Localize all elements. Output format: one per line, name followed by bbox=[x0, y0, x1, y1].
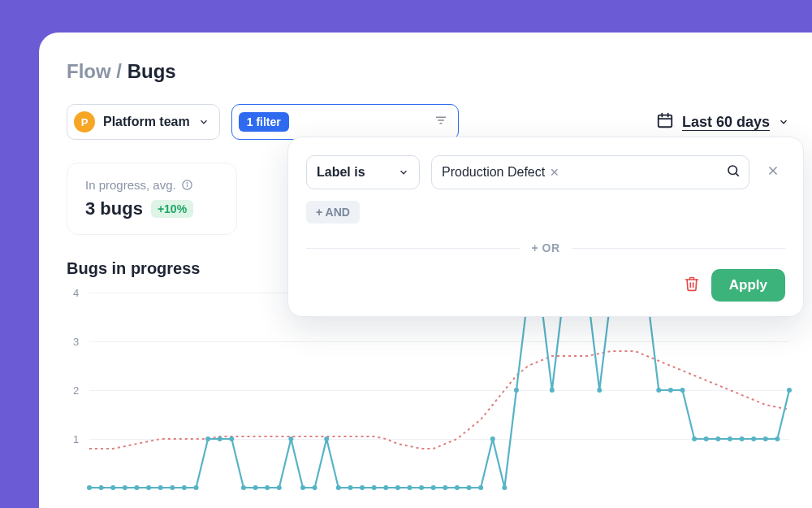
svg-point-62 bbox=[656, 388, 661, 393]
y-axis-tick: 1 bbox=[73, 433, 79, 445]
svg-point-69 bbox=[740, 436, 745, 441]
svg-point-16 bbox=[110, 485, 115, 490]
team-dropdown[interactable]: P Platform team bbox=[67, 104, 220, 140]
svg-point-64 bbox=[680, 388, 685, 393]
filter-icon bbox=[434, 113, 448, 131]
date-range-label: Last 60 days bbox=[682, 114, 770, 131]
team-name: Platform team bbox=[103, 115, 190, 129]
svg-point-73 bbox=[787, 388, 792, 393]
svg-point-18 bbox=[134, 485, 139, 490]
svg-point-45 bbox=[455, 485, 460, 490]
chart-plot bbox=[89, 293, 789, 488]
svg-point-22 bbox=[182, 485, 187, 490]
kpi-title-text: In progress, avg. bbox=[85, 178, 176, 192]
trash-icon[interactable] bbox=[684, 276, 700, 295]
kpi-value: 3 bugs bbox=[85, 198, 143, 219]
add-and-condition-button[interactable]: + AND bbox=[306, 201, 360, 224]
breadcrumb-sep: / bbox=[116, 60, 122, 82]
date-range-picker[interactable]: Last 60 days bbox=[656, 111, 789, 132]
svg-point-35 bbox=[336, 485, 341, 490]
kpi-value-row: 3 bugs +10% bbox=[85, 198, 218, 219]
svg-point-63 bbox=[668, 388, 673, 393]
svg-point-7 bbox=[728, 166, 737, 175]
svg-point-34 bbox=[324, 436, 329, 441]
filter-popover: Label is Production Defect ✕ bbox=[287, 137, 804, 317]
info-icon[interactable] bbox=[181, 179, 193, 191]
svg-point-15 bbox=[99, 485, 104, 490]
controls-row: P Platform team 1 filter Last 60 days bbox=[67, 104, 789, 140]
svg-point-65 bbox=[692, 436, 697, 441]
apply-button[interactable]: Apply bbox=[711, 269, 785, 302]
breadcrumb-parent[interactable]: Flow bbox=[67, 60, 111, 82]
popover-footer: Apply bbox=[306, 269, 785, 302]
svg-point-14 bbox=[87, 485, 92, 490]
svg-rect-3 bbox=[659, 115, 672, 128]
svg-point-25 bbox=[218, 436, 222, 441]
filter-dropdown[interactable]: 1 filter bbox=[231, 104, 459, 140]
svg-point-13 bbox=[187, 183, 188, 184]
svg-point-57 bbox=[597, 388, 602, 393]
svg-point-38 bbox=[372, 485, 377, 490]
svg-point-49 bbox=[502, 485, 507, 490]
svg-point-72 bbox=[775, 436, 780, 441]
svg-point-20 bbox=[158, 485, 163, 490]
svg-point-26 bbox=[229, 436, 234, 441]
breadcrumb-current: Bugs bbox=[127, 60, 176, 82]
svg-point-17 bbox=[123, 485, 127, 490]
chevron-down-icon bbox=[778, 116, 789, 128]
svg-line-8 bbox=[736, 173, 738, 176]
filter-field-label: Label is bbox=[317, 165, 365, 180]
svg-point-50 bbox=[514, 388, 519, 393]
svg-point-41 bbox=[407, 485, 412, 490]
svg-point-67 bbox=[715, 436, 720, 441]
chart-frame: 1234 bbox=[67, 293, 789, 488]
svg-point-31 bbox=[288, 436, 293, 441]
svg-point-27 bbox=[241, 485, 246, 490]
svg-point-71 bbox=[763, 436, 768, 441]
svg-point-42 bbox=[419, 485, 424, 490]
filter-chip: 1 filter bbox=[239, 112, 289, 132]
close-icon[interactable] bbox=[761, 158, 785, 187]
filter-value-input[interactable]: Production Defect ✕ bbox=[431, 155, 749, 189]
svg-point-48 bbox=[490, 436, 495, 441]
y-axis-tick: 2 bbox=[73, 384, 79, 397]
or-divider: + OR bbox=[306, 241, 785, 254]
svg-point-47 bbox=[478, 485, 483, 490]
y-axis-tick: 3 bbox=[73, 336, 79, 348]
svg-point-19 bbox=[146, 485, 151, 490]
svg-point-68 bbox=[728, 436, 732, 441]
svg-point-28 bbox=[253, 485, 258, 490]
svg-point-70 bbox=[751, 436, 756, 441]
calendar-icon bbox=[656, 111, 674, 132]
chevron-down-icon bbox=[398, 167, 409, 178]
svg-point-43 bbox=[431, 485, 436, 490]
filter-condition-row: Label is Production Defect ✕ bbox=[306, 155, 785, 189]
kpi-card-in-progress: In progress, avg. 3 bugs +10% bbox=[67, 163, 237, 235]
add-or-condition-button[interactable]: + OR bbox=[531, 241, 559, 254]
svg-point-40 bbox=[395, 485, 400, 490]
svg-point-44 bbox=[443, 485, 447, 490]
svg-point-39 bbox=[383, 485, 388, 490]
svg-point-21 bbox=[170, 485, 175, 490]
filter-tag-label: Production Defect bbox=[442, 165, 545, 180]
remove-tag-icon[interactable]: ✕ bbox=[550, 166, 559, 179]
svg-point-23 bbox=[193, 485, 198, 490]
breadcrumb: Flow / Bugs bbox=[67, 60, 789, 83]
svg-point-53 bbox=[550, 388, 555, 393]
y-axis-tick: 4 bbox=[73, 287, 79, 299]
svg-point-29 bbox=[265, 485, 270, 490]
filter-tag: Production Defect ✕ bbox=[442, 165, 559, 180]
kpi-title: In progress, avg. bbox=[85, 178, 218, 192]
filter-field-select[interactable]: Label is bbox=[306, 155, 420, 189]
svg-point-24 bbox=[205, 436, 210, 441]
chevron-down-icon bbox=[198, 116, 209, 128]
svg-point-36 bbox=[348, 485, 352, 490]
team-avatar: P bbox=[74, 111, 95, 132]
main-card: Flow / Bugs P Platform team 1 filter Las… bbox=[39, 33, 812, 508]
svg-point-37 bbox=[360, 485, 365, 490]
svg-point-46 bbox=[467, 485, 472, 490]
svg-point-33 bbox=[313, 485, 317, 490]
search-icon[interactable] bbox=[726, 163, 741, 181]
svg-point-32 bbox=[300, 485, 305, 490]
svg-point-30 bbox=[277, 485, 282, 490]
